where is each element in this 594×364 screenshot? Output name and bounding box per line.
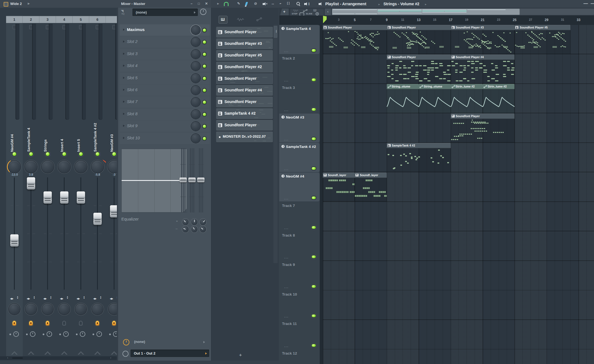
master-insert-dropdown[interactable]: (none) xyxy=(132,9,198,16)
record-dot[interactable] xyxy=(26,334,28,335)
wave-icon[interactable] xyxy=(293,9,298,12)
latch-triangle-icon[interactable] xyxy=(28,351,34,355)
record-dot[interactable] xyxy=(43,334,44,335)
slot-mix-knob[interactable] xyxy=(191,74,200,83)
minimize-button[interactable]: — xyxy=(583,1,588,6)
track-options-dots[interactable]: ... xyxy=(284,78,289,82)
effect-slot-4[interactable]: Slot 4 xyxy=(120,60,210,72)
stereo-knob[interactable] xyxy=(42,304,53,315)
pattern-item[interactable]: Soundfont Player xyxy=(216,120,273,131)
slot-enable-led[interactable] xyxy=(203,53,206,56)
plugin-lamp-icon[interactable] xyxy=(112,321,116,325)
pan-knob[interactable] xyxy=(108,161,117,173)
track-mute-led[interactable] xyxy=(312,78,316,81)
slot-enable-led[interactable] xyxy=(203,101,206,104)
stereo-separation-icon[interactable]: ◀▶ xyxy=(10,297,13,300)
eq-knob-4[interactable] xyxy=(182,226,189,232)
clock-icon[interactable] xyxy=(63,331,69,337)
track-options-dots[interactable]: ... xyxy=(284,255,289,259)
record-dot[interactable] xyxy=(76,334,78,335)
scroll-right-icon[interactable]: › xyxy=(110,356,111,359)
track-options-dots[interactable]: ... xyxy=(284,314,289,318)
volume-fader[interactable] xyxy=(27,177,35,189)
track-mute-led[interactable] xyxy=(312,285,316,288)
slot-enable-led[interactable] xyxy=(203,125,206,128)
stereo-knob[interactable] xyxy=(59,304,70,315)
pattern-clip[interactable]: Soundfont Player xyxy=(323,25,387,54)
pattern-item[interactable]: MONSTER Dr..v3-2022.07 xyxy=(216,132,273,142)
magnet-icon[interactable] xyxy=(224,2,229,6)
automation-icon[interactable] xyxy=(256,17,262,21)
latch-triangle-icon[interactable] xyxy=(111,351,117,355)
pattern-item[interactable]: Soundfont Player #2 xyxy=(216,62,273,73)
slot-mix-knob[interactable] xyxy=(191,25,200,35)
pattern-item[interactable]: Soundfont Player xyxy=(216,73,273,84)
stereo-separation-icon[interactable]: ◀▶ xyxy=(60,297,63,300)
stereo-knob[interactable] xyxy=(92,304,103,315)
effect-slot-6[interactable]: Slot 6 xyxy=(120,84,210,96)
track-options-dots[interactable]: ... xyxy=(284,49,289,53)
scrollbar-thumb[interactable] xyxy=(12,358,23,358)
track-mute-led[interactable] xyxy=(312,226,316,229)
eq-knob-6[interactable] xyxy=(200,226,206,232)
output-dropdown[interactable]: Out 1 - Out 2 xyxy=(130,350,209,357)
slot-enable-led[interactable] xyxy=(203,40,206,44)
swap-channels-icon[interactable]: ▲▼ xyxy=(83,296,85,299)
automation-clip[interactable]: Strin..lume #2 xyxy=(451,84,483,113)
channel-led[interactable] xyxy=(46,152,50,156)
eq-knob-2[interactable] xyxy=(191,219,198,225)
eq-band-slider[interactable] xyxy=(180,178,187,182)
stereo-separation-icon[interactable]: ◀▶ xyxy=(27,297,30,300)
plugin-lamp-icon[interactable] xyxy=(62,321,66,325)
paint-brush-icon[interactable] xyxy=(245,2,248,6)
latch-triangle-icon[interactable] xyxy=(11,351,18,355)
plugin-lamp-icon[interactable] xyxy=(96,321,99,325)
latch-triangle-icon[interactable] xyxy=(44,351,51,355)
plugin-lamp-icon[interactable] xyxy=(79,321,83,325)
record-dot[interactable] xyxy=(93,334,94,335)
mixer-channel-insert-5[interactable]: 5Insert 5◀▶▲▼ xyxy=(73,16,89,356)
pan-knob[interactable] xyxy=(25,161,37,173)
volume-fader[interactable] xyxy=(110,205,117,217)
plugin-lamp-icon[interactable] xyxy=(46,321,49,325)
volume-fader[interactable] xyxy=(10,234,19,247)
track-header-track-11[interactable]: Track 11... xyxy=(279,320,320,349)
delete-circle-icon[interactable]: ⊘ xyxy=(254,1,257,6)
effect-slot-9[interactable]: Slot 9 xyxy=(120,121,210,132)
volume-fader[interactable] xyxy=(60,191,68,204)
channel-led[interactable] xyxy=(79,152,83,156)
mixer-channel-sampletank-4[interactable]: 2SampleTank 43.8◀▶▲▼ xyxy=(23,16,40,356)
pan-knob[interactable] xyxy=(58,161,70,173)
slot-mix-knob[interactable] xyxy=(191,122,200,131)
latch-triangle-icon[interactable] xyxy=(78,351,84,355)
swap-channels-icon[interactable]: ▲▼ xyxy=(33,296,35,299)
slot-enable-led[interactable] xyxy=(203,113,206,116)
record-dot[interactable] xyxy=(109,334,111,335)
add-pattern-button[interactable]: + xyxy=(239,352,242,358)
stereo-knob[interactable] xyxy=(109,304,117,315)
pattern-clip[interactable]: Soundfont Player #5 xyxy=(514,25,570,54)
track-mute-led[interactable] xyxy=(312,344,316,347)
track-header-track-10[interactable]: Track 10... xyxy=(279,291,320,320)
maximize-button[interactable]: □ xyxy=(198,2,200,6)
mixer-channel-strings[interactable]: 3Strings◀▶▲▼ xyxy=(39,16,56,356)
pan-knob[interactable] xyxy=(8,161,21,173)
chevron-right-icon[interactable] xyxy=(203,341,205,343)
pattern-clip[interactable]: Soundf..layer xyxy=(355,173,386,202)
track-options-dots[interactable]: ... xyxy=(284,285,289,289)
pattern-clip[interactable]: Soundfont Player xyxy=(387,25,451,54)
maximize-button[interactable]: — xyxy=(591,1,594,6)
pattern-clip[interactable]: Soundfont Player xyxy=(387,55,451,84)
automation-icon[interactable] xyxy=(303,9,308,12)
pan-knob[interactable] xyxy=(75,161,87,173)
pattern-item[interactable]: SampleTank 4 #2 xyxy=(216,108,273,119)
fader-track[interactable] xyxy=(97,177,98,290)
pattern-clip[interactable]: Soundfont Player #3 xyxy=(451,25,515,54)
track-mute-led[interactable] xyxy=(312,167,316,170)
scroll-left-button[interactable]: ‹ xyxy=(325,9,331,15)
slot-mix-knob[interactable] xyxy=(191,37,200,47)
latch-triangle-icon[interactable] xyxy=(61,351,68,355)
record-dot[interactable] xyxy=(9,334,11,335)
automation-clip[interactable]: String..olume xyxy=(387,84,419,113)
track-header-neogm-4[interactable]: NeoGM #4... xyxy=(279,173,320,202)
